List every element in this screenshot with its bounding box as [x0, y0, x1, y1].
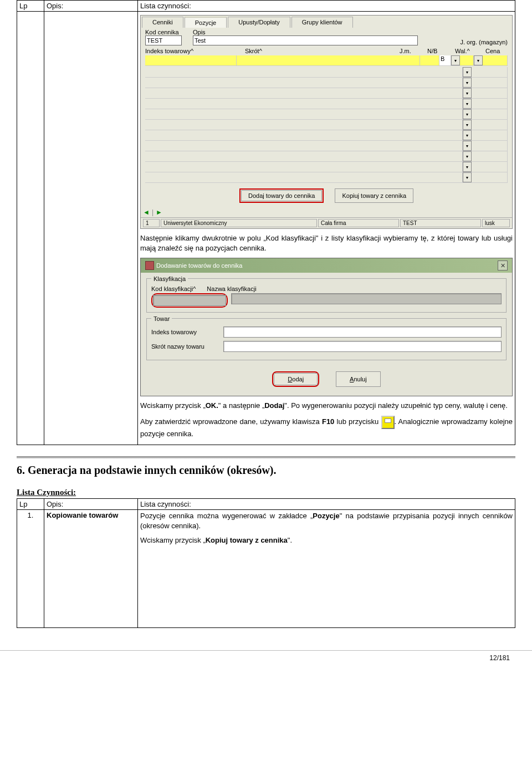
grid-row[interactable]: ▼	[145, 172, 508, 183]
tab-grupy[interactable]: Grupy klientów	[291, 17, 353, 28]
label-nb: N/B	[427, 48, 444, 54]
nav-sep: |	[152, 208, 154, 216]
header-opis-2: Opis:	[44, 498, 138, 509]
label-nazwa-klas: Nazwa klasyfikacji	[207, 285, 256, 292]
grid-row[interactable]: ▼	[145, 141, 508, 151]
label-indeks: Indeks towarowy^	[145, 48, 234, 54]
header-lista-2: Lista czynności:	[138, 498, 515, 509]
save-icon	[381, 416, 395, 429]
tab-upusty[interactable]: Upusty/Dopłaty	[228, 17, 290, 28]
cell-opis-kopiowanie: Kopiowanie towarów	[44, 509, 138, 628]
section-divider	[17, 456, 515, 458]
input-skrot-t[interactable]	[223, 341, 502, 352]
dropdown-icon[interactable]: ▼	[463, 151, 472, 161]
anuluj-button[interactable]: Anuluj	[336, 371, 381, 387]
cell-lp	[17, 12, 44, 445]
dropdown-icon[interactable]: ▼	[463, 162, 472, 172]
grid-row[interactable]: ▼	[145, 130, 508, 141]
status-scope: Cała firma	[318, 219, 399, 227]
label-cena: Cena	[485, 48, 508, 54]
highlight-dodaj: DDodajodaj	[272, 371, 319, 387]
nav-next-icon[interactable]: ►	[156, 208, 162, 216]
grid-row[interactable]: ▼	[145, 88, 508, 99]
grid-row[interactable]: ▼	[145, 120, 508, 130]
status-firma: Uniwersytet Ekonomiczny	[161, 219, 317, 227]
dropdown-icon[interactable]: ▼	[463, 99, 472, 109]
section-6-heading: 6. Generacja na podstawie innych cennikó…	[17, 464, 515, 477]
grid-row[interactable]: ▼	[145, 78, 508, 88]
label-kod-cennika: Kod cennika	[145, 29, 182, 35]
fieldset-towar: Towar Indeks towarowy Skrót nazwy towaru	[146, 318, 507, 360]
cell-opis	[44, 12, 138, 445]
dropdown-icon[interactable]: ▼	[463, 67, 472, 77]
dialog-title-text: Dodawanie towarów do cennika	[156, 262, 242, 269]
highlight-oval	[151, 293, 228, 308]
label-jm: J.m.	[400, 48, 416, 54]
para-klikamy: Następnie klikamy dwukrotnie w polu „Kod…	[140, 233, 513, 253]
header-lp: Lp	[17, 1, 44, 12]
dropdown-icon[interactable]: ▼	[463, 141, 472, 151]
kopiuj-towary-button[interactable]: Kopiuj towary z cennika	[335, 188, 413, 203]
input-opis[interactable]	[193, 35, 418, 45]
dialog-titlebar: Dodawanie towarów do cennika ✕	[141, 258, 512, 273]
input-indeks-t[interactable]	[223, 326, 502, 338]
tab-bar: Cenniki Pozycje Upusty/Dopłaty Grupy kli…	[141, 16, 512, 28]
label-skrot: Skrót^	[245, 48, 388, 54]
dropdown-icon[interactable]: ▼	[463, 78, 472, 88]
page-footer: 12/181	[0, 650, 532, 665]
label-wal: Wal.^	[455, 48, 474, 54]
header-opis: Opis:	[44, 1, 138, 12]
header-lista: Lista czynności:	[138, 1, 515, 12]
grid-row[interactable]: ▼	[145, 162, 508, 172]
app-icon	[145, 261, 154, 270]
legend-towar: Towar	[151, 315, 172, 322]
dropdown-wal[interactable]: ▼	[474, 55, 483, 65]
dodaj-towary-button[interactable]: Dodaj towary do cennika	[241, 190, 322, 201]
dropdown-icon[interactable]: ▼	[463, 88, 472, 98]
grid-row[interactable]: ▼	[145, 151, 508, 162]
dialog-dodawanie: Dodawanie towarów do cennika ✕ Klasyfika…	[140, 258, 513, 396]
status-user: lusk	[482, 219, 510, 227]
close-icon[interactable]: ✕	[498, 261, 508, 270]
dropdown-icon[interactable]: ▼	[463, 120, 472, 130]
highlight-box: Dodaj towary do cennika	[239, 188, 324, 203]
status-count: 1	[143, 219, 160, 227]
fieldset-klasyfikacja: Klasyfikacja Kod klasyfikacji^ Nazwa kla…	[146, 278, 507, 313]
input-nazwa-klas[interactable]	[231, 293, 502, 304]
status-test: TEST	[400, 219, 481, 227]
dropdown-icon[interactable]: ▼	[463, 172, 472, 182]
grid-row[interactable]: ▼	[145, 109, 508, 120]
cell-content: Cenniki Pozycje Upusty/Dopłaty Grupy kli…	[138, 12, 515, 445]
lista-czynnosci-heading: Lista Czynności:	[17, 488, 515, 497]
dropdown-icon[interactable]: ▼	[463, 109, 472, 119]
label-opis: Opis	[193, 29, 418, 35]
dropdown-nb[interactable]: ▼	[451, 55, 460, 65]
label-skrot-t: Skrót nazwy towaru	[151, 343, 218, 350]
para-ok-dodaj: Wciskamy przycisk „OK." a następnie „Dod…	[140, 401, 513, 411]
cell-lp-1: 1.	[17, 509, 44, 628]
nav-prev-icon[interactable]: ◄	[143, 208, 150, 216]
label-jorg: J. org. (magazyn)	[460, 39, 508, 45]
instruction-table-1: Lp Opis: Lista czynności: Cenniki Pozycj…	[17, 0, 515, 445]
tab-pozycje[interactable]: Pozycje	[185, 17, 227, 28]
input-kod-cennika[interactable]	[145, 35, 182, 45]
screenshot-cennik: Cenniki Pozycje Upusty/Dopłaty Grupy kli…	[140, 15, 513, 229]
header-lp-2: Lp	[17, 498, 44, 509]
grid-row[interactable]: ▼	[145, 67, 508, 78]
label-indeks-t: Indeks towarowy	[151, 329, 218, 335]
dodaj-button[interactable]: DDodajodaj	[274, 373, 318, 385]
dropdown-icon[interactable]: ▼	[463, 130, 472, 140]
nav-arrows: ◄ | ►	[141, 207, 512, 217]
instruction-table-2: Lp Opis: Lista czynności: 1. Kopiowanie …	[17, 498, 515, 629]
nb-value: B	[441, 55, 444, 65]
grid-row-active[interactable]: B ▼ ▼	[145, 55, 508, 66]
grid-row[interactable]: ▼	[145, 99, 508, 109]
legend-klasyfikacja: Klasyfikacja	[151, 275, 188, 282]
cell-content-2: Pozycje cennika można wygenerować w zakł…	[138, 509, 515, 628]
para-f10: Aby zatwierdzić wprowadzone dane, używam…	[140, 416, 513, 439]
tab-cenniki[interactable]: Cenniki	[142, 17, 183, 28]
label-kod-klas: Kod klasyfikacji^	[151, 285, 196, 292]
input-kod-klas[interactable]	[153, 295, 226, 306]
